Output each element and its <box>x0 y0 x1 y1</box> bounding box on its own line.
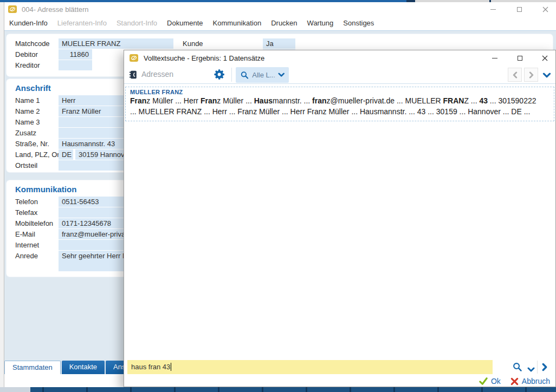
search-scope-label: Alle L... <box>252 71 274 79</box>
chevron-left-icon <box>512 71 518 79</box>
main-window-controls <box>490 2 548 16</box>
maximize-icon[interactable] <box>516 55 523 61</box>
matchcode-field[interactable]: MUELLER FRANZ <box>59 38 173 49</box>
abbruch-label: Abbruch <box>522 377 550 386</box>
menu-drucken[interactable]: Drucken <box>266 16 302 30</box>
menu-lieferanten-info: Lieferanten-Info <box>53 16 112 30</box>
result-item[interactable]: MUELLER FRANZ Franz Müller ... Herr Fran… <box>125 87 554 121</box>
abbruch-button[interactable]: Abbruch <box>510 377 550 386</box>
dialog-titlebar: Volltextsuche - Ergebnis: 1 Datensätze <box>124 50 555 66</box>
app-logo-icon <box>8 5 17 13</box>
result-match-line-1: Franz Müller ... Herr Franz Müller ... H… <box>130 95 549 106</box>
taskbar-left-segment <box>0 387 30 392</box>
search-row-divider <box>537 361 538 374</box>
kunde-field[interactable]: Ja <box>263 38 295 49</box>
volltextsuche-dialog: Volltextsuche - Ergebnis: 1 Datensätze A… <box>124 50 556 387</box>
menu-standort-info: Standort-Info <box>112 16 162 30</box>
debitor-label: Debitor <box>15 50 38 58</box>
name3-label: Name 3 <box>15 118 40 126</box>
next-result-button[interactable] <box>524 68 538 82</box>
result-match-line-2: ... MUELLER FRANZ ... Herr ... Franz Mül… <box>130 106 549 117</box>
toolbar-divider <box>231 68 232 82</box>
search-results-area: MUELLER FRANZ Franz Müller ... Herr Fran… <box>124 84 555 360</box>
debitor-field[interactable]: 11860 <box>59 49 92 60</box>
search-icon <box>240 70 249 80</box>
land-plz-ort-label: Land, PLZ, Ort <box>15 151 61 159</box>
ortsteil-label: Ortsteil <box>15 161 37 169</box>
zusatz-label: Zusatz <box>15 129 36 137</box>
strasse-label: Straße, Nr. <box>15 140 49 148</box>
dialog-title: Volltextsuche - Ergebnis: 1 Datensätze <box>144 54 264 62</box>
land-field[interactable]: DE <box>59 149 73 160</box>
dialog-toolbar: Adressen Alle L... <box>124 66 555 84</box>
dialog-buttons: Ok Abbruch <box>124 375 555 387</box>
anschrift-header: Anschrift <box>15 83 51 93</box>
chevron-down-icon <box>278 73 285 77</box>
search-input-row: haus fran 43 <box>124 360 555 375</box>
telefax-label: Telefax <box>15 208 37 217</box>
minimize-icon[interactable] <box>492 55 498 61</box>
tab-stammdaten[interactable]: Stammdaten <box>4 361 61 374</box>
main-window-title: 004- Adresse blättern <box>22 5 89 14</box>
text-caret <box>171 363 171 371</box>
mobiltelefon-label: Mobiltelefon <box>15 219 53 227</box>
menu-wartung[interactable]: Wartung <box>302 16 339 30</box>
dialog-window-controls <box>492 50 548 66</box>
background-taskbar <box>0 387 556 392</box>
chevron-down-icon[interactable] <box>527 365 535 375</box>
ok-label: Ok <box>491 377 501 386</box>
chevron-down-icon <box>542 73 551 79</box>
screen: 004- Adresse blättern Kunden-Info Liefer… <box>0 0 556 392</box>
menu-kunden-info[interactable]: Kunden-Info <box>4 16 53 30</box>
menubar: Kunden-Info Lieferanten-Info Standort-In… <box>4 16 556 30</box>
expand-icon[interactable] <box>542 71 551 81</box>
email-label: E-Mail <box>15 230 35 238</box>
maximize-icon[interactable] <box>516 6 522 12</box>
search-input[interactable]: haus fran 43 <box>127 360 493 374</box>
tab-kontakte[interactable]: Kontakte <box>62 361 105 374</box>
menu-dokumente[interactable]: Dokumente <box>162 16 208 30</box>
result-header: MUELLER FRANZ <box>130 89 549 95</box>
close-icon[interactable] <box>542 6 548 12</box>
menu-sonstiges[interactable]: Sonstiges <box>338 16 379 30</box>
internet-label: Internet <box>15 241 39 249</box>
close-icon[interactable] <box>541 55 548 61</box>
search-context-label: Adressen <box>141 70 173 79</box>
chevron-right-icon <box>528 71 534 79</box>
address-book-icon <box>128 70 138 82</box>
check-icon <box>479 377 488 385</box>
previous-result-button[interactable] <box>508 68 522 82</box>
app-logo-icon <box>130 54 138 62</box>
name1-label: Name 1 <box>15 96 40 104</box>
background-window-left-edge <box>0 2 4 387</box>
search-scope-dropdown[interactable]: Alle L... <box>236 67 289 83</box>
kommunikation-header: Kommunikation <box>15 185 76 194</box>
search-icon[interactable] <box>512 362 522 374</box>
kunde-label: Kunde <box>183 40 203 48</box>
menu-kommunikation[interactable]: Kommunikation <box>208 16 267 30</box>
kreditor-label: Kreditor <box>15 61 40 69</box>
chevron-right-icon[interactable] <box>541 363 548 374</box>
minimize-icon[interactable] <box>490 6 496 12</box>
x-icon <box>510 377 519 386</box>
ok-button[interactable]: Ok <box>479 377 501 386</box>
telefon-label: Telefon <box>15 198 38 206</box>
gear-icon[interactable] <box>214 69 225 82</box>
main-titlebar: 004- Adresse blättern <box>4 2 556 16</box>
matchcode-label: Matchcode <box>15 40 50 48</box>
kreditor-field[interactable] <box>59 60 92 70</box>
name2-label: Name 2 <box>15 107 40 115</box>
anrede-label: Anrede <box>15 252 38 260</box>
